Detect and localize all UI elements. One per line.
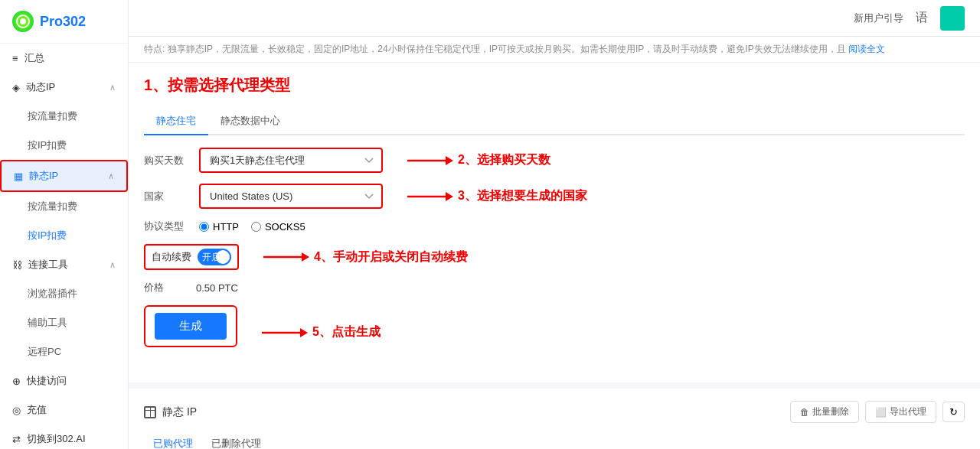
static-ip-header: 静态 IP 🗑 批量删除 ⬜ 导出代理 ↻ — [144, 401, 965, 423]
sidebar-item-static-ip[interactable]: ▦ 静态IP ∧ — [0, 160, 128, 192]
proxy-type-tabs: 静态住宅 静态数据中心 — [144, 108, 965, 135]
sidebar-item-static-by-traffic[interactable]: 按流量扣费 — [0, 192, 128, 221]
svg-marker-7 — [302, 252, 309, 262]
tab-static-datacenter[interactable]: 静态数据中心 — [208, 108, 292, 135]
logo-text: Pro302 — [40, 14, 86, 30]
sidebar-item-by-ip[interactable]: 按IP扣费 — [0, 131, 128, 160]
auto-renew-toggle[interactable]: 开启 — [198, 249, 231, 265]
sidebar-item-recharge[interactable]: ◎ 充值 — [0, 395, 128, 425]
sidebar-item-static-by-ip[interactable]: 按IP扣费 — [0, 221, 128, 250]
content-area: 特点: 独享静态IP，无限流量，长效稳定，固定的IP地址，24小时保持住宅稳定代… — [129, 37, 980, 449]
step4-arrow: 4、手动开启或关闭自动续费 — [263, 248, 468, 266]
read-more-link[interactable]: 阅读全文 — [848, 44, 885, 54]
svg-marker-3 — [446, 156, 453, 165]
auto-renew-row: 自动续费 开启 4、手动开启或关闭自动续费 — [144, 244, 965, 270]
tab-static-residential[interactable]: 静态住宅 — [144, 108, 208, 135]
price-value: 0.50 PTC — [196, 282, 238, 294]
sidebar-item-switch-302ai[interactable]: ⇄ 切换到302.AI — [0, 425, 128, 449]
auto-renew-label: 自动续费 — [152, 250, 191, 264]
step2-arrow: 2、选择购买天数 — [407, 151, 550, 170]
sidebar-item-by-traffic[interactable]: 按流量扣费 — [0, 102, 128, 131]
chevron-up-icon: ∧ — [109, 83, 116, 93]
export-proxy-button[interactable]: ⬜ 导出代理 — [865, 401, 936, 423]
refresh-button[interactable]: ↻ — [942, 402, 965, 422]
static-ip-title-area: 静态 IP — [144, 405, 197, 419]
table-icon — [144, 406, 156, 418]
sidebar-item-dynamic-ip[interactable]: ◈ 动态IP ∧ — [0, 73, 128, 102]
protocol-label: 协议类型 — [144, 220, 190, 233]
sidebar-item-assistant-tools[interactable]: 辅助工具 — [0, 308, 128, 337]
chevron-up-icon3: ∧ — [109, 260, 116, 270]
dashboard-icon: ≡ — [12, 53, 18, 64]
protocol-socks5-option[interactable]: SOCKS5 — [251, 221, 305, 233]
svg-point-1 — [20, 18, 26, 24]
refresh-icon: ↻ — [949, 406, 958, 418]
recharge-icon: ◎ — [12, 405, 21, 416]
dynamic-ip-icon: ◈ — [12, 82, 20, 93]
sidebar-item-remote-pc[interactable]: 远程PC — [0, 337, 128, 366]
connection-tools-icon: ⛓ — [12, 259, 22, 271]
main-panel: 新用户引导 语 特点: 独享静态IP，无限流量，长效稳定，固定的IP地址，24小… — [129, 0, 980, 449]
generate-btn-box: 生成 — [144, 305, 237, 347]
days-select[interactable]: 购买1天静态住宅代理 购买7天静态住宅代理 购买30天静态住宅代理 — [199, 148, 383, 173]
new-user-guide-link[interactable]: 新用户引导 — [854, 11, 903, 25]
protocol-radio-group: HTTP SOCKS5 — [199, 221, 305, 233]
logo-header: Pro302 — [0, 0, 128, 44]
sidebar: Pro302 ≡ 汇总 ◈ 动态IP ∧ 按流量扣费 按IP扣费 ▦ 静态IP … — [0, 0, 129, 449]
auto-renew-toggle-box: 自动续费 开启 — [144, 244, 239, 270]
switch-icon: ⇄ — [12, 434, 21, 445]
static-ip-actions: 🗑 批量删除 ⬜ 导出代理 ↻ — [790, 401, 965, 423]
batch-delete-button[interactable]: 🗑 批量删除 — [790, 401, 859, 423]
static-ip-section: 静态 IP 🗑 批量删除 ⬜ 导出代理 ↻ — [129, 382, 980, 449]
sidebar-item-browser-plugin[interactable]: 浏览器插件 — [0, 279, 128, 308]
days-label: 购买天数 — [144, 154, 190, 168]
export-icon: ⬜ — [875, 407, 887, 418]
country-row: 国家 United States (US) United Kingdom (GB… — [144, 184, 965, 209]
protocol-http-radio[interactable] — [199, 222, 209, 232]
days-row: 购买天数 购买1天静态住宅代理 购买7天静态住宅代理 购买30天静态住宅代理 2… — [144, 148, 965, 173]
step1-label: 1、按需选择代理类型 — [144, 75, 965, 96]
svg-marker-9 — [300, 328, 308, 337]
sub-tab-deleted[interactable]: 已删除代理 — [202, 432, 270, 449]
svg-marker-5 — [446, 192, 453, 201]
static-ip-title: 静态 IP — [162, 405, 197, 419]
feature-banner: 特点: 独享静态IP，无限流量，长效稳定，固定的IP地址，24小时保持住宅稳定代… — [129, 37, 980, 63]
step5-arrow: 5、点击生成 — [262, 324, 381, 342]
protocol-http-option[interactable]: HTTP — [199, 221, 239, 233]
sub-tab-purchased[interactable]: 已购代理 — [144, 432, 202, 449]
protocol-socks5-radio[interactable] — [251, 222, 261, 232]
sidebar-item-connection-tools[interactable]: ⛓ 连接工具 ∧ — [0, 250, 128, 279]
quick-access-icon: ⊕ — [12, 376, 21, 387]
static-ip-icon: ▦ — [14, 171, 23, 182]
language-icon[interactable]: 语 — [916, 10, 928, 26]
logo-icon — [12, 11, 34, 32]
generate-button[interactable]: 生成 — [155, 313, 227, 340]
price-row: 价格 0.50 PTC — [144, 281, 965, 294]
topbar: 新用户引导 语 — [129, 0, 980, 37]
sidebar-item-quick-access[interactable]: ⊕ 快捷访问 — [0, 366, 128, 395]
user-avatar[interactable] — [940, 6, 965, 31]
sub-tab-bar: 已购代理 已删除代理 — [144, 432, 965, 449]
step3-arrow: 3、选择想要生成的国家 — [407, 187, 587, 206]
protocol-row: 协议类型 HTTP SOCKS5 — [144, 220, 965, 233]
generate-row: 生成 5、点击生成 — [144, 305, 965, 360]
price-label: 价格 — [144, 281, 190, 294]
country-select[interactable]: United States (US) United Kingdom (GB) J… — [199, 184, 383, 209]
country-label: 国家 — [144, 190, 190, 203]
trash-icon: 🗑 — [800, 407, 809, 418]
form-section: 1、按需选择代理类型 静态住宅 静态数据中心 购买天数 购买1天静态住宅代理 购… — [129, 63, 980, 382]
chevron-up-icon2: ∧ — [108, 171, 114, 181]
sidebar-item-dashboard[interactable]: ≡ 汇总 — [0, 44, 128, 73]
